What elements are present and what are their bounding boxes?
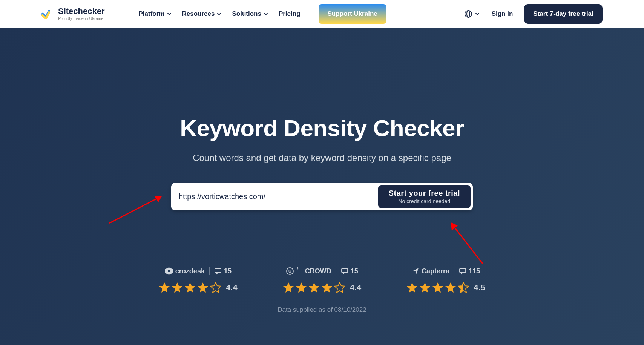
rating-value: 4.4 [350,283,362,293]
cta-main-text: Start your free trial [389,189,460,198]
chevron-down-icon [475,12,480,16]
capterra-logo: Capterra [412,267,449,275]
svg-rect-14 [342,268,348,273]
star-icon [172,282,183,293]
svg-point-8 [168,270,170,272]
svg-line-5 [452,225,483,264]
svg-text:G: G [288,269,291,273]
star-rating [406,282,469,293]
star-icon [283,282,294,293]
comment-icon [341,267,348,275]
page-title: Keyword Density Checker [180,115,464,141]
star-icon [210,282,221,293]
rating-value: 4.5 [474,283,485,293]
page-subtitle: Count words and get data by keyword dens… [193,153,451,163]
star-icon [296,282,307,293]
review-capterra: Capterra 115 4.5 [406,267,485,293]
star-icon [197,282,209,293]
nav-platform[interactable]: Platform [139,10,172,18]
svg-line-3 [109,197,160,223]
star-icon [432,282,443,293]
globe-icon [464,9,473,18]
url-search-box: Start your free trial No credit card nee… [171,183,473,210]
annotation-arrow-icon [109,194,166,224]
star-icon [321,282,333,293]
start-free-trial-button[interactable]: Start your free trial No credit card nee… [378,185,471,208]
star-icon [308,282,320,293]
main-nav: Platform Resources Solutions Pricing Sup… [139,4,386,24]
chevron-down-icon [264,12,268,16]
support-ukraine-button[interactable]: Support Ukraine [319,4,386,24]
star-icon [159,282,170,293]
rating-value: 4.4 [226,283,238,293]
star-icon [445,282,456,293]
nav-resources[interactable]: Resources [182,10,222,18]
star-icon [334,282,345,293]
start-trial-button[interactable]: Start 7-day free trial [524,4,603,24]
language-selector[interactable] [464,9,480,18]
star-icon [419,282,431,293]
url-input[interactable] [173,192,378,201]
star-icon [406,282,418,293]
star-rating [159,282,221,293]
check-icon [41,9,54,19]
header: Sitechecker Proudly made in Ukraine Plat… [0,0,644,28]
star-icon [184,282,196,293]
cta-sub-text: No credit card needed [389,198,460,204]
review-count: 15 [341,267,358,275]
annotation-arrow-icon [449,220,486,265]
hero-section: Keyword Density Checker Count words and … [0,28,644,345]
crozdesk-logo: crozdesk [165,267,205,275]
svg-rect-17 [460,268,466,273]
review-count: 115 [459,267,480,275]
svg-marker-4 [155,196,162,202]
g2crowd-logo: G 2 CROWD [286,267,331,275]
chevron-down-icon [217,12,221,16]
nav-solutions[interactable]: Solutions [232,10,268,18]
nav-pricing[interactable]: Pricing [279,10,301,18]
reviews-row: crozdesk 15 4.4 G 2 CROWD [159,267,485,293]
chevron-down-icon [167,12,172,16]
star-rating [283,282,345,293]
svg-marker-6 [451,222,458,231]
star-icon [458,282,469,293]
review-count: 15 [214,267,232,275]
brand-logo[interactable]: Sitechecker Proudly made in Ukraine [41,7,105,21]
brand-tagline: Proudly made in Ukraine [58,17,105,21]
brand-name: Sitechecker [58,7,105,15]
review-crowd: G 2 CROWD 15 4.4 [283,267,362,293]
sign-in-link[interactable]: Sign in [492,10,513,18]
comment-icon [459,267,466,275]
svg-rect-9 [215,268,221,273]
review-crozdesk: crozdesk 15 4.4 [159,267,238,293]
data-supplied-note: Data supplied as of 08/10/2022 [278,306,366,314]
comment-icon [214,267,222,275]
